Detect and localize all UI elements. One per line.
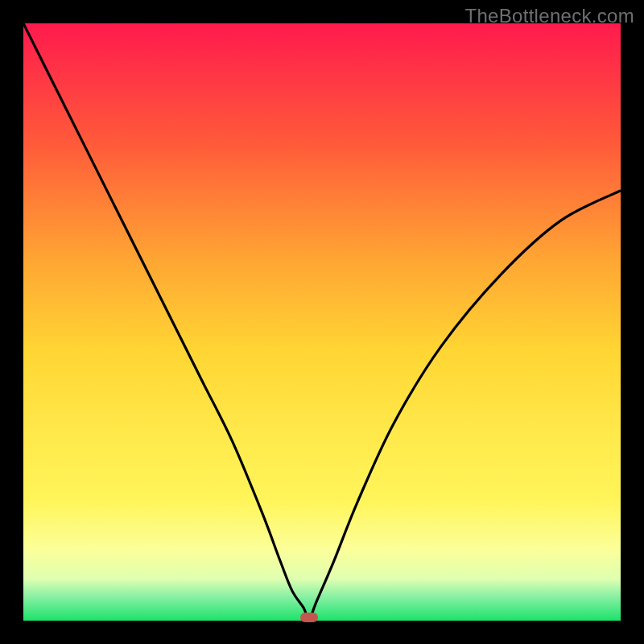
optimum-marker [300, 613, 318, 622]
watermark-text: TheBottleneck.com [464, 5, 634, 27]
chart-plot-area [23, 23, 621, 621]
bottleneck-curve [23, 23, 621, 621]
